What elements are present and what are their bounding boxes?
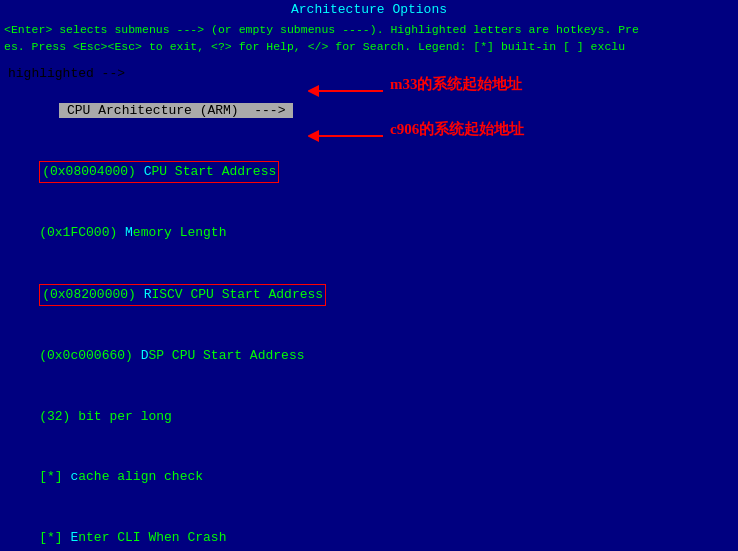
label-m33: m33的系统起始地址 xyxy=(390,75,523,94)
help-line-1: <Enter> selects submenus ---> (or empty … xyxy=(4,21,734,38)
menu-item-cpu-start[interactable]: (0x08004000) CPU Start Address xyxy=(8,141,730,203)
title-text: Architecture Options xyxy=(291,2,447,17)
menu-item-memory-length[interactable]: (0x1FC000) Memory Length xyxy=(8,203,730,263)
menu-item-bit-per-long[interactable]: (32) bit per long xyxy=(8,387,730,447)
arrow-m33 xyxy=(308,81,388,101)
help-line-2: es. Press <Esc><Esc> to exit, <?> for He… xyxy=(4,38,734,55)
menu-item-riscv-start[interactable]: (0x08200000) RISCV CPU Start Address xyxy=(8,264,730,326)
title-bar: Architecture Options xyxy=(0,0,738,19)
menu-item-dsp-start[interactable]: (0x0c000660) DSP CPU Start Address xyxy=(8,326,730,386)
menu-item-enter-cli[interactable]: [*] Enter CLI When Crash xyxy=(8,507,730,551)
arrow-c906 xyxy=(308,126,388,146)
menu-item-cache-align[interactable]: [*] cache align check xyxy=(8,447,730,507)
main-content: highlighted --> CPU Architecture (ARM) -… xyxy=(0,62,738,552)
help-text: <Enter> selects submenus ---> (or empty … xyxy=(0,19,738,58)
label-c906: c906的系统起始地址 xyxy=(390,120,524,139)
